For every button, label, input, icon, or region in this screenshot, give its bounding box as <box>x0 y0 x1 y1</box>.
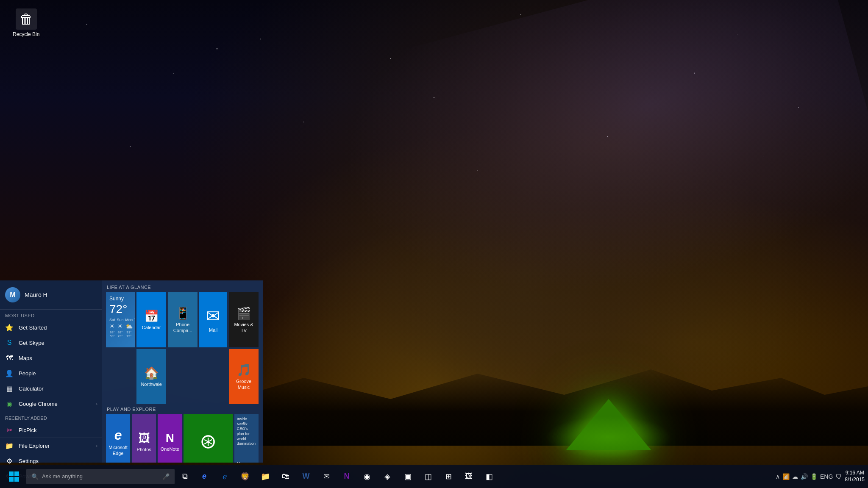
settings-label: Settings <box>19 458 39 464</box>
taskbar-app-chrome[interactable]: ◉ <box>358 467 376 486</box>
sidebar-item-google-chrome[interactable]: ◉ Google Chrome › <box>0 396 102 411</box>
battery-icon[interactable]: 🔋 <box>810 473 818 480</box>
taskbar-app-unknown1[interactable]: ◈ <box>378 467 397 486</box>
onenote-taskbar-icon: N <box>344 472 350 481</box>
tile-northwale[interactable]: 🏠 Northwale <box>136 349 166 404</box>
app2-taskbar-icon: ▣ <box>404 472 412 481</box>
tile-calendar[interactable]: 📅 Calendar <box>136 292 166 347</box>
sidebar-item-calculator[interactable]: ▦ Calculator <box>0 381 102 396</box>
sidebar-item-get-skype[interactable]: S Get Skype <box>0 335 102 350</box>
tile-photos[interactable]: 🖼 Photos <box>132 414 156 463</box>
phone-tile-icon: 📱 <box>175 306 190 320</box>
edge-tile-label: Microsoft Edge <box>108 445 128 456</box>
system-tray-icons: ∧ 📶 ☁ 🔊 🔋 ENG 🗨 <box>776 473 841 480</box>
tile-mail[interactable]: ✉ Mail <box>199 292 227 347</box>
desktop: 🗑 Recycle Bin M Mauro H Most used ⭐ Get … <box>0 0 868 488</box>
picpick-icon: ✂ <box>5 426 14 434</box>
app5-taskbar-icon: ◧ <box>486 472 493 481</box>
taskbar-app-file-explorer[interactable]: 📁 <box>256 467 275 486</box>
task-view-icon: ⧉ <box>182 472 188 481</box>
weather-city: Sunny <box>109 296 124 302</box>
taskbar-app-unknown3[interactable]: ◫ <box>419 467 437 486</box>
people-icon: 👤 <box>5 369 14 377</box>
chrome-taskbar-icon: ◉ <box>364 472 370 481</box>
tile-column-right1: 📅 Calendar 📱 Phone Compa... <box>136 292 198 404</box>
taskbar-app-word[interactable]: W <box>297 467 315 486</box>
user-avatar: M <box>5 287 20 302</box>
chrome-chevron-icon: › <box>96 402 97 406</box>
cortana-search-bar[interactable]: 🔍 Ask me anything 🎤 <box>26 469 175 484</box>
life-at-a-glance-label: Life at a glance <box>106 285 259 290</box>
calculator-icon: ▦ <box>5 384 14 393</box>
tile-column-right2: 🎬 Movies & TV 🎵 Groove Music <box>229 292 259 404</box>
start-menu-content: M Mauro H Most used ⭐ Get Started S Get … <box>0 280 263 463</box>
people-label: People <box>19 370 36 377</box>
get-skype-icon: S <box>5 338 14 347</box>
get-started-icon: ⭐ <box>5 323 14 332</box>
start-menu-left-panel: M Mauro H Most used ⭐ Get Started S Get … <box>0 280 102 463</box>
microphone-icon[interactable]: 🎤 <box>162 473 170 480</box>
language-label[interactable]: ENG <box>820 473 833 480</box>
movies-icon: 🎬 <box>236 306 251 320</box>
user-profile[interactable]: M Mauro H <box>0 280 102 310</box>
tile-row-1a: 📅 Calendar 📱 Phone Compa... <box>136 292 198 347</box>
tile-phone-companion[interactable]: 📱 Phone Compa... <box>168 292 198 347</box>
weather-day-sun: Sun ☀ 88° 73° <box>117 318 124 338</box>
tile-weather[interactable]: Sunny 72° Sat ☀ 88° 69° Sun ☀ <box>106 292 135 347</box>
task-view-button[interactable]: ⧉ <box>176 468 193 485</box>
sidebar-item-people[interactable]: 👤 People <box>0 366 102 381</box>
photos-tile-label: Photos <box>137 447 151 452</box>
taskbar-time[interactable]: 9:16 AM 8/1/2015 <box>845 470 865 483</box>
tile-onenote[interactable]: N OneNote <box>158 414 182 463</box>
taskbar-app-unknown2[interactable]: ▣ <box>398 467 417 486</box>
picpick-label: PicPick <box>19 427 37 433</box>
volume-icon[interactable]: 🔊 <box>801 473 808 480</box>
taskbar-app-photos[interactable]: 🖼 <box>459 467 478 486</box>
tile-money[interactable]: Inside Netflix CEO's plan for world domi… <box>234 414 259 463</box>
action-center-icon[interactable]: 🗨 <box>835 473 841 480</box>
taskbar-app-brave[interactable]: 🦁 <box>236 467 254 486</box>
file-explorer-icon: 📁 <box>5 441 14 450</box>
most-used-label: Most used <box>0 310 102 320</box>
taskbar-app-store[interactable]: 🛍 <box>276 467 295 486</box>
onedrive-icon[interactable]: ☁ <box>792 473 798 480</box>
network-wifi-icon[interactable]: 📶 <box>782 473 790 480</box>
sidebar-item-file-explorer[interactable]: 📁 File Explorer › <box>0 438 102 453</box>
xbox-icon: ⊛ <box>200 429 217 453</box>
tile-row-1b: 🏠 Northwale <box>136 349 198 404</box>
search-placeholder: Ask me anything <box>42 473 83 480</box>
photos-icon: 🖼 <box>138 431 150 445</box>
sidebar-item-get-started[interactable]: ⭐ Get Started <box>0 320 102 335</box>
taskbar-app-mail[interactable]: ✉ <box>317 467 336 486</box>
taskbar-app-onenote[interactable]: N <box>337 467 356 486</box>
northwale-icon: 🏠 <box>144 366 159 380</box>
tile-movies-tv[interactable]: 🎬 Movies & TV <box>229 292 259 347</box>
taskbar-app-ie[interactable]: ℯ <box>215 467 234 486</box>
calendar-tile-label: Calendar <box>142 325 161 330</box>
taskbar-app-unknown5[interactable]: ◧ <box>480 467 498 486</box>
money-label: Money <box>237 462 250 463</box>
mail-taskbar-icon: ✉ <box>323 472 330 481</box>
get-started-label: Get Started <box>19 324 47 331</box>
settings-icon: ⚙ <box>5 457 14 465</box>
start-button[interactable] <box>3 465 25 488</box>
tile-microsoft-edge[interactable]: e Microsoft Edge <box>106 414 130 463</box>
recycle-bin-icon[interactable]: 🗑 Recycle Bin <box>13 8 39 37</box>
taskbar-app-unknown4[interactable]: ⊞ <box>439 467 458 486</box>
money-headline: Inside Netflix CEO's plan for world domi… <box>237 417 256 446</box>
taskbar-app-edge[interactable]: e <box>195 467 214 486</box>
groove-icon: 🎵 <box>236 363 251 377</box>
tile-groove-music[interactable]: 🎵 Groove Music <box>229 349 259 404</box>
user-name: Mauro H <box>25 291 47 298</box>
photos-taskbar-icon: 🖼 <box>465 472 473 481</box>
get-skype-label: Get Skype <box>19 340 45 346</box>
sidebar-item-picpick[interactable]: ✂ PicPick <box>0 422 102 438</box>
time-display: 9:16 AM <box>845 470 865 477</box>
sidebar-item-maps[interactable]: 🗺 Maps <box>0 350 102 366</box>
calculator-label: Calculator <box>19 385 44 392</box>
tile-xbox[interactable]: ⊛ <box>184 414 232 463</box>
store-taskbar-icon: 🛍 <box>282 472 289 481</box>
file-explorer-chevron-icon: › <box>96 444 97 448</box>
up-arrow-icon[interactable]: ∧ <box>776 473 780 480</box>
weather-days: Sat ☀ 88° 69° Sun ☀ 88° 73° <box>109 318 131 338</box>
